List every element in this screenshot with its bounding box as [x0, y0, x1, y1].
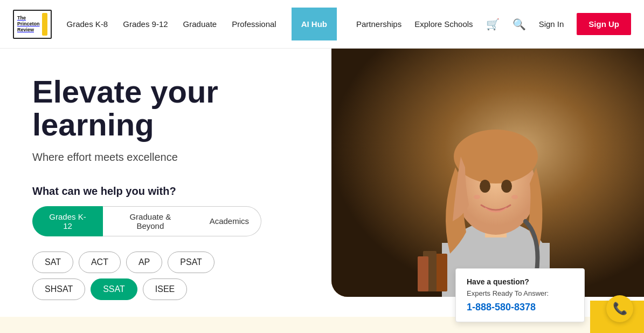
svg-rect-10	[418, 256, 428, 291]
search-icon[interactable]: 🔍	[513, 18, 526, 31]
svg-point-5	[454, 130, 538, 184]
logo[interactable]: The Princeton Review	[13, 10, 52, 39]
nav-grades-k8[interactable]: Grades K-8	[67, 19, 108, 29]
pill-ap[interactable]: AP	[126, 252, 162, 273]
hero-subtitle: Where effort meets excellence	[32, 151, 261, 164]
hero-image	[331, 49, 644, 297]
chat-phone-link[interactable]: 1-888-580-8378	[467, 302, 536, 312]
nav-explore-schools[interactable]: Explore Schools	[414, 19, 473, 29]
chat-answer: Experts Ready To Answer:	[467, 289, 573, 297]
pill-sat[interactable]: SAT	[32, 252, 73, 273]
hero-content: Elevate your learning Where effort meets…	[0, 49, 283, 333]
tab-academics[interactable]: Academics	[198, 206, 261, 236]
svg-point-11	[474, 195, 480, 199]
sign-up-button[interactable]: Sign Up	[577, 13, 631, 35]
phone-icon: 📞	[613, 302, 627, 316]
nav-ai-hub[interactable]: AI Hub	[292, 8, 337, 40]
pill-shsat[interactable]: SHSAT	[32, 278, 85, 300]
hero-section: Elevate your learning Where effort meets…	[0, 49, 644, 333]
cart-icon[interactable]: 🛒	[486, 18, 500, 31]
logo-text: The Princeton Review	[17, 15, 40, 32]
sign-in-button[interactable]: Sign In	[539, 19, 564, 29]
svg-point-6	[480, 180, 490, 193]
nav-graduate[interactable]: Graduate	[183, 19, 217, 29]
chat-bubble-button[interactable]: 📞	[606, 295, 633, 322]
help-question: What can we help you with?	[32, 185, 261, 198]
pill-ssat[interactable]: SSAT	[91, 278, 137, 300]
nav-professional[interactable]: Professional	[232, 19, 276, 29]
subject-pills: SAT ACT AP PSAT SHSAT SSAT ISEE	[32, 252, 261, 300]
tab-grades-k12[interactable]: Grades K-12	[32, 206, 103, 236]
nav-grades-912[interactable]: Grades 9-12	[123, 19, 168, 29]
pill-act[interactable]: ACT	[79, 252, 121, 273]
student-svg	[331, 49, 644, 297]
logo-yellow-bar	[42, 13, 47, 36]
chat-widget: Have a question? Experts Ready To Answer…	[455, 268, 585, 322]
tab-graduate-beyond[interactable]: Graduate & Beyond	[103, 206, 198, 236]
hero-photo-bg	[331, 49, 644, 297]
svg-point-7	[501, 180, 512, 193]
navbar: The Princeton Review Grades K-8 Grades 9…	[0, 0, 644, 49]
nav-partnerships[interactable]: Partnerships	[356, 19, 401, 29]
hero-title: Elevate your learning	[32, 76, 261, 141]
pill-isee[interactable]: ISEE	[143, 278, 187, 300]
pill-psat[interactable]: PSAT	[168, 252, 214, 273]
category-tabs: Grades K-12 Graduate & Beyond Academics	[32, 206, 261, 236]
chat-question: Have a question?	[467, 277, 573, 286]
svg-point-12	[511, 195, 518, 199]
navbar-right: Partnerships Explore Schools 🛒 🔍 Sign In…	[356, 13, 631, 35]
navbar-left: The Princeton Review Grades K-8 Grades 9…	[13, 8, 337, 40]
